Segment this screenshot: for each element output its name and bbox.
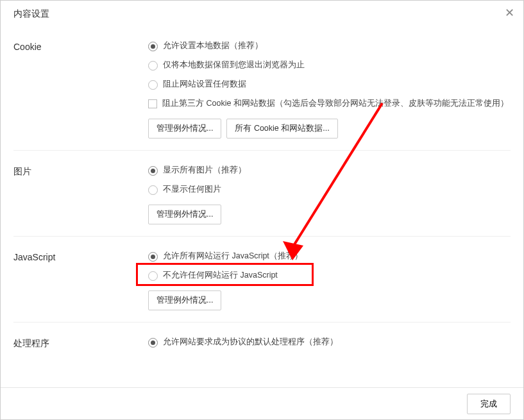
cookie-radio-allow[interactable]: 允许设置本地数据（推荐） xyxy=(148,40,511,52)
radio-label: 不显示任何图片 xyxy=(163,184,221,196)
manage-exceptions-button[interactable]: 管理例外情况... xyxy=(148,205,221,224)
section-content-handlers: 允许网站要求成为协议的默认处理程序（推荐） xyxy=(148,337,511,349)
radio-label: 允许所有网站运行 JavaScript（推荐） xyxy=(163,251,303,262)
checkbox-icon xyxy=(148,99,157,108)
radio-icon xyxy=(148,271,158,281)
images-button-row: 管理例外情况... xyxy=(148,205,511,224)
radio-icon xyxy=(148,338,158,348)
cookie-checkbox-thirdparty[interactable]: 阻止第三方 Cookie 和网站数据（勾选后会导致部分网站无法登录、皮肤等功能无… xyxy=(148,98,511,110)
close-icon[interactable]: ✕ xyxy=(505,7,514,19)
cookie-button-row: 管理例外情况... 所有 Cookie 和网站数据... xyxy=(148,119,511,139)
section-label-handlers: 处理程序 xyxy=(13,337,148,349)
radio-icon xyxy=(148,42,158,51)
radio-label: 显示所有图片（推荐） xyxy=(163,165,246,176)
checkbox-label: 阻止第三方 Cookie 和网站数据（勾选后会导致部分网站无法登录、皮肤等功能无… xyxy=(162,98,509,110)
modal-title: 内容设置 xyxy=(13,8,49,19)
all-cookies-button[interactable]: 所有 Cookie 和网站数据... xyxy=(226,119,337,139)
cookie-radio-session[interactable]: 仅将本地数据保留到您退出浏览器为止 xyxy=(148,60,511,71)
section-content-cookie: 允许设置本地数据（推荐） 仅将本地数据保留到您退出浏览器为止 阻止网站设置任何数… xyxy=(148,40,511,139)
section-label-javascript: JavaScript xyxy=(13,251,148,310)
modal-header: 内容设置 xyxy=(1,1,523,26)
section-javascript: JavaScript 允许所有网站运行 JavaScript（推荐） 不允许任何… xyxy=(13,237,511,323)
radio-label: 仅将本地数据保留到您退出浏览器为止 xyxy=(163,60,305,71)
section-content-javascript: 允许所有网站运行 JavaScript（推荐） 不允许任何网站运行 JavaSc… xyxy=(148,251,511,310)
radio-icon xyxy=(148,80,158,90)
images-radio-show[interactable]: 显示所有图片（推荐） xyxy=(148,165,511,176)
manage-exceptions-button[interactable]: 管理例外情况... xyxy=(148,119,221,139)
javascript-radio-block[interactable]: 不允许任何网站运行 JavaScript xyxy=(148,270,511,281)
manage-exceptions-button[interactable]: 管理例外情况... xyxy=(148,290,221,310)
radio-icon xyxy=(148,185,158,195)
section-handlers: 处理程序 允许网站要求成为协议的默认处理程序（推荐） xyxy=(13,323,511,361)
radio-icon xyxy=(148,61,158,71)
cookie-radio-block[interactable]: 阻止网站设置任何数据 xyxy=(148,79,511,90)
images-radio-hide[interactable]: 不显示任何图片 xyxy=(148,184,511,196)
section-label-cookie: Cookie xyxy=(13,40,148,139)
modal-footer: 完成 xyxy=(1,387,523,419)
done-button[interactable]: 完成 xyxy=(467,394,511,414)
javascript-radio-allow[interactable]: 允许所有网站运行 JavaScript（推荐） xyxy=(148,251,511,262)
modal-body[interactable]: Cookie 允许设置本地数据（推荐） 仅将本地数据保留到您退出浏览器为止 阻止… xyxy=(1,26,523,382)
section-images: 图片 显示所有图片（推荐） 不显示任何图片 管理例外情况... xyxy=(13,151,511,237)
section-content-images: 显示所有图片（推荐） 不显示任何图片 管理例外情况... xyxy=(148,165,511,224)
radio-label: 阻止网站设置任何数据 xyxy=(163,79,246,90)
section-label-images: 图片 xyxy=(13,165,148,224)
radio-icon xyxy=(148,252,158,262)
content-settings-modal: 内容设置 ✕ Cookie 允许设置本地数据（推荐） 仅将本地数据保留到您退出浏… xyxy=(0,0,524,420)
javascript-button-row: 管理例外情况... xyxy=(148,290,511,310)
radio-label: 允许设置本地数据（推荐） xyxy=(163,40,263,52)
radio-label: 不允许任何网站运行 JavaScript xyxy=(163,270,278,281)
radio-icon xyxy=(148,166,158,176)
handlers-radio-allow[interactable]: 允许网站要求成为协议的默认处理程序（推荐） xyxy=(148,337,511,348)
radio-label: 允许网站要求成为协议的默认处理程序（推荐） xyxy=(163,337,338,348)
section-cookie: Cookie 允许设置本地数据（推荐） 仅将本地数据保留到您退出浏览器为止 阻止… xyxy=(13,26,511,151)
